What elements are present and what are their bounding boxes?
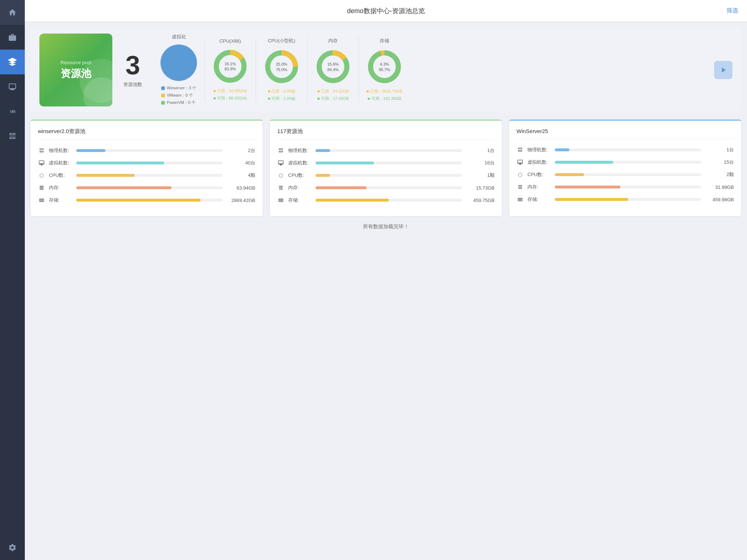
pool-card-title-0: winserver2.0资源池 (38, 128, 255, 140)
cpu-x86-title: CPU(X86) (219, 38, 241, 44)
vm-icon-2-1 (516, 159, 524, 166)
resource-pool-card[interactable]: Resource pool 资源池 (39, 34, 112, 106)
bar-0-0 (76, 149, 222, 152)
storage-section: 存储 4.3% 95.7% ■ 已用：3626.76GB ■ 可用：162.39… (359, 38, 410, 102)
legend-powervm: PowerVM：0 个 (161, 99, 196, 106)
storage-chart: 4.3% 95.7% (366, 48, 403, 85)
sidebar-resource-pool[interactable] (0, 50, 25, 74)
sidebar-server[interactable] (0, 124, 25, 149)
svg-rect-16 (518, 187, 522, 187)
bar-2-1 (555, 161, 701, 164)
pool-1-stat-3: 内存: 15.73GB (277, 184, 495, 191)
memory-center: 15.6% 84.4% (327, 62, 338, 72)
header: demo数据中心-资源池总览 筛选 (25, 0, 747, 22)
memory-icon-1-3 (277, 184, 285, 191)
virt-title: 虚拟化 (172, 34, 186, 40)
cpu-icon-0-2: ⬡ (38, 172, 45, 179)
sidebar-briefcase[interactable] (0, 25, 25, 50)
pool-1-stat-0: 物理机数: 1台 (277, 147, 495, 154)
bar-0-1 (76, 162, 222, 164)
pool-2-stat-1: 虚拟机数: 15台 (516, 159, 734, 166)
pool-0-stat-2: ⬡ CPU数: 4颗 (38, 172, 255, 179)
memory-section: 内存 15.6% 84.4% ■ 已用：94.22GB ■ 可用：17.43GB (307, 38, 359, 102)
cpu-small-title: CPU(小型机) (268, 38, 295, 44)
storage-icon-2-4 (516, 196, 524, 203)
bar-1-2 (316, 174, 462, 177)
content-area: Resource pool 资源池 3 资源池数 虚拟化 Winserver：3… (25, 22, 747, 560)
sidebar-settings[interactable] (0, 535, 25, 560)
storage-values: ■ 已用：3626.76GB ■ 可用：162.39GB (367, 88, 402, 102)
storage-title: 存储 (380, 38, 389, 44)
bar-0-2 (76, 174, 222, 177)
sidebar: VM (0, 0, 25, 560)
cpu-x86-section: CPU(X86) 16.1% 83.9% ■ 已用：16.65GHz ■ 可用：… (204, 38, 256, 102)
pool-1-stat-4: 存储: 459.75GB (277, 197, 495, 204)
pool-1-stat-1: 虚拟机数: 16台 (277, 159, 495, 167)
completion-text: 所有数据加载完毕！ (31, 223, 741, 230)
bar-1-0 (316, 149, 462, 152)
legend-vmware: VMware：0 个 (161, 92, 196, 99)
bar-0-3 (76, 186, 222, 189)
cpu-small-values: ■ 已用：6.00核 ■ 可用：2.00核 (268, 88, 295, 102)
sidebar-vm[interactable]: VM (0, 99, 25, 124)
resource-card-label: Resource pool (61, 60, 91, 65)
cpu-small-chart: 25.0% 75.0% (263, 48, 300, 85)
svg-rect-17 (518, 188, 522, 189)
filter-button[interactable]: 筛选 (727, 7, 738, 15)
svg-rect-11 (40, 189, 44, 190)
virt-legend: Winserver：3 个 VMware：0 个 PowerVM：0 个 (161, 85, 196, 106)
pool-card-title-1: 117资源池 (277, 128, 495, 140)
resource-card-title: 资源池 (61, 67, 91, 81)
bar-2-4 (555, 198, 701, 201)
bar-1-1 (316, 162, 462, 164)
svg-marker-0 (8, 58, 16, 62)
pool-0-stat-4: 存储: 2869.42GB (38, 197, 255, 204)
pool-card-1[interactable]: 117资源池 物理机数: 1台 虚拟机数: 16台 (270, 120, 502, 216)
pools-grid: winserver2.0资源池 物理机数: 2台 虚拟机数: 40台 (31, 120, 741, 216)
page-title: demo数据中心-资源池总览 (347, 7, 425, 15)
vm-icon-0-1 (38, 159, 45, 167)
summary-panel: Resource pool 资源池 3 资源池数 虚拟化 Winserver：3… (31, 28, 741, 112)
storage-icon-1-4 (277, 197, 285, 204)
server-icon-0-0 (38, 147, 45, 154)
bar-2-2 (555, 173, 701, 176)
bar-2-3 (555, 186, 701, 188)
cpu-small-section: CPU(小型机) 25.0% 75.0% ■ 已用：6.00核 ■ 可用：2.0… (256, 38, 307, 102)
sidebar-home[interactable] (0, 0, 25, 25)
pool-card-0[interactable]: winserver2.0资源池 物理机数: 2台 虚拟机数: 40台 (31, 120, 263, 216)
sidebar-monitor[interactable] (0, 74, 25, 99)
pool-2-stat-2: ⬡ CPU数: 2颗 (516, 171, 734, 178)
bar-0-4 (76, 199, 222, 202)
svg-rect-13 (279, 187, 283, 188)
pool-1-stat-2: ⬡ CPU数: 1颗 (277, 172, 495, 179)
pool-count-number: 3 (125, 52, 140, 78)
cpu-x86-center: 16.1% 83.9% (224, 61, 236, 71)
cpu-x86-values: ■ 已用：16.65GHz ■ 可用：86.91GHz (213, 88, 247, 102)
bar-2-0 (555, 148, 701, 151)
storage-icon-0-4 (38, 197, 45, 204)
pool-card-2[interactable]: WinServer25 物理机数: 1台 虚拟机数: 15台 (509, 120, 741, 216)
svg-rect-9 (40, 186, 44, 187)
bar-1-4 (316, 199, 462, 202)
svg-rect-10 (40, 187, 44, 188)
server-icon-2-0 (516, 146, 524, 153)
memory-icon-0-3 (38, 184, 45, 191)
storage-center: 4.3% 95.7% (379, 62, 390, 72)
pool-count-label: 资源池数 (123, 81, 142, 88)
memory-title: 内存 (328, 38, 338, 44)
scroll-right-button[interactable] (714, 61, 732, 79)
memory-values: ■ 已用：94.22GB ■ 可用：17.43GB (317, 88, 349, 102)
svg-rect-15 (518, 185, 522, 186)
vm-icon-1-1 (277, 159, 285, 167)
pool-2-stat-0: 物理机数: 1台 (516, 146, 734, 153)
memory-chart: 15.6% 84.4% (315, 48, 351, 85)
cpu-icon-1-2: ⬡ (277, 172, 285, 179)
svg-rect-12 (279, 186, 283, 187)
pool-2-stat-4: 存储: 459.98GB (516, 196, 734, 203)
pool-0-stat-0: 物理机数: 2台 (38, 147, 255, 154)
bar-1-3 (316, 186, 462, 189)
pool-0-stat-1: 虚拟机数: 40台 (38, 159, 255, 167)
cpu-small-center: 25.0% 75.0% (276, 62, 287, 72)
legend-winserver: Winserver：3 个 (161, 85, 196, 92)
pool-count-section: 3 资源池数 (112, 52, 153, 88)
